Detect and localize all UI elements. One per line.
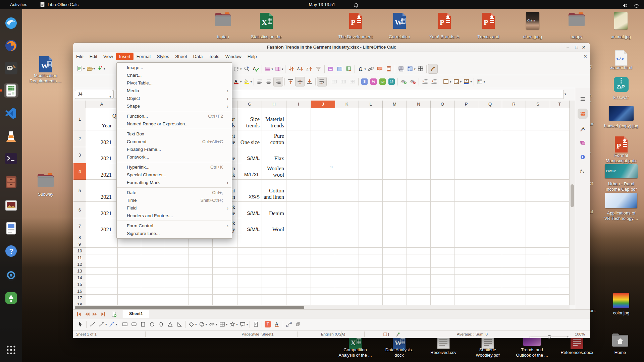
next-sheet-icon[interactable] (92, 311, 98, 317)
menu-item-date[interactable]: DateCtrl+; (117, 189, 232, 196)
wrap-text-icon[interactable] (317, 77, 327, 86)
name-box[interactable]: J4▾ (75, 90, 113, 99)
selection-statistics[interactable]: Average: ; Sum: 0 (425, 330, 519, 338)
split-window-icon[interactable] (416, 64, 425, 73)
activities-button[interactable]: Activities (10, 0, 27, 9)
triangle-icon[interactable] (166, 320, 175, 329)
cell-A2[interactable]: 2021 (86, 131, 112, 145)
corner-header[interactable] (73, 101, 86, 108)
insert-comment-icon[interactable] (375, 64, 384, 73)
basic-shapes-icon[interactable] (187, 320, 196, 329)
terminal-icon[interactable] (4, 151, 18, 166)
borders-icon[interactable] (441, 77, 450, 86)
highlighting-color-icon[interactable] (242, 77, 251, 86)
desktop-icon-the-development[interactable]: P (334, 12, 377, 31)
insert-hyperlink-icon[interactable] (366, 64, 375, 73)
desktop-icon-kiss-war[interactable]: ZiP (599, 76, 643, 94)
conditional-formatting-icon[interactable] (475, 77, 484, 86)
menu-item-text-box[interactable]: Text Box (117, 130, 232, 138)
insert-chart-icon[interactable] (335, 64, 344, 73)
functions-icon[interactable]: fx (578, 166, 588, 176)
points-icon[interactable] (284, 320, 293, 329)
software-store-icon[interactable] (4, 291, 18, 305)
square-icon[interactable] (139, 320, 148, 329)
special-character-icon[interactable]: Ω (356, 64, 365, 73)
chevron-down-icon[interactable]: ▾ (109, 93, 111, 101)
navigator-icon[interactable] (578, 152, 588, 162)
chevron-down-icon[interactable]: ▾ (251, 80, 252, 83)
row-header-1[interactable]: 1 (73, 108, 86, 130)
cell-H7[interactable]: Wool (262, 219, 284, 233)
menu-item-field[interactable]: Field› (117, 204, 232, 212)
print-area-icon[interactable] (396, 64, 406, 73)
menu-item-shape[interactable]: Shape› (117, 102, 232, 110)
desktop-icon-home[interactable] (598, 333, 642, 349)
insert-arrow-icon[interactable] (97, 320, 106, 329)
cell-G1[interactable]: Size trends (237, 108, 260, 129)
horizontal-scrollbar-thumb[interactable] (75, 306, 304, 309)
open-icon[interactable] (85, 64, 94, 73)
row-header-5[interactable]: 5 (73, 180, 86, 202)
increase-indent-icon[interactable] (420, 77, 429, 86)
insert-line-icon[interactable] (88, 320, 97, 329)
desktop-icon-statistics-on-the[interactable]: X (245, 12, 288, 31)
menu-item-comment[interactable]: CommentCtrl+Alt+C (117, 138, 232, 145)
desktop-icon-huawei-copy-jpg[interactable] (599, 106, 643, 122)
add-sheet-icon[interactable] (111, 311, 117, 317)
desktop-icon-animal-jpg[interactable] (599, 12, 643, 31)
expand-formula-bar-icon[interactable]: ▾ (565, 92, 566, 96)
menu-item-headers-and-footers[interactable]: Headers and Footers... (117, 212, 232, 220)
minimize-button[interactable]: – (567, 43, 569, 52)
focused-app-menu[interactable]: LibreOffice Calc (40, 0, 78, 9)
curve-icon[interactable] (107, 320, 116, 329)
cell-G6[interactable]: S/M/L (237, 202, 260, 217)
zoom-level[interactable]: 100% (575, 330, 585, 338)
menu-tools[interactable]: Tools (206, 53, 222, 60)
vertical-scrollbar[interactable] (570, 101, 575, 305)
row-header-17[interactable]: 17 (73, 295, 86, 301)
insert-image-icon[interactable] (326, 64, 335, 73)
cell-A1[interactable]: Year (86, 108, 112, 129)
sheet-tab-sheet1[interactable]: Sheet1 (123, 310, 149, 318)
menu-edit[interactable]: Edit (87, 53, 100, 60)
firefox-icon[interactable] (4, 38, 18, 53)
desktop-icon-yum-brands-a[interactable]: P (423, 12, 466, 31)
desktop-icon-formal-manuscript-pptx[interactable]: P (599, 136, 643, 155)
new-document-icon[interactable] (75, 64, 84, 73)
column-header-M[interactable]: M (383, 101, 407, 108)
cell-H2[interactable]: Pure cotton (262, 131, 284, 145)
menu-item-special-character[interactable]: Special Character... (117, 171, 232, 179)
cell-A6[interactable]: 2021 (86, 202, 112, 217)
file-cabinet-icon[interactable] (4, 175, 18, 189)
column-header-L[interactable]: L (359, 101, 383, 108)
menu-format[interactable]: Format (133, 53, 154, 60)
chevron-down-icon[interactable]: ▾ (450, 80, 451, 83)
chevron-down-icon[interactable]: ▾ (195, 323, 197, 326)
maximize-button[interactable]: □ (575, 43, 578, 52)
align-bottom-icon[interactable] (305, 77, 314, 86)
cell-G3[interactable]: S/M/L (237, 147, 260, 162)
libreoffice-calc-icon[interactable] (4, 83, 18, 98)
row-header-12[interactable]: 12 (73, 261, 86, 268)
row-header-6[interactable]: 6 (73, 202, 86, 218)
row-header-11[interactable]: 11 (73, 254, 86, 261)
insert-text-box-icon[interactable]: T (263, 320, 272, 329)
toggle-extrusion-icon[interactable] (293, 320, 303, 329)
chevron-down-icon[interactable]: ▾ (247, 323, 248, 326)
menu-item-hyperlink[interactable]: Hyperlink...Ctrl+K (117, 163, 232, 171)
menu-help[interactable]: Help (245, 53, 260, 60)
chevron-down-icon[interactable]: ▾ (240, 67, 242, 71)
find-and-replace-icon[interactable] (242, 64, 251, 73)
format-as-currency-icon[interactable]: $ (360, 77, 369, 86)
menu-item-time[interactable]: TimeShift+Ctrl+; (117, 196, 232, 204)
chevron-down-icon[interactable]: ▾ (236, 323, 238, 326)
row-header-9[interactable]: 9 (73, 241, 86, 248)
insert-row-icon[interactable] (263, 64, 272, 73)
cell-J4[interactable]: π (311, 164, 333, 178)
desktop-icon-happy[interactable] (555, 12, 598, 28)
cell-A5[interactable]: 2021 (86, 180, 112, 200)
gallery-icon[interactable] (578, 138, 588, 148)
menu-item-function[interactable]: Function...Ctrl+F2 (117, 112, 232, 120)
desktop-icon-chen-jpeg[interactable]: China (511, 12, 554, 31)
chevron-down-icon[interactable]: ▾ (105, 323, 107, 326)
